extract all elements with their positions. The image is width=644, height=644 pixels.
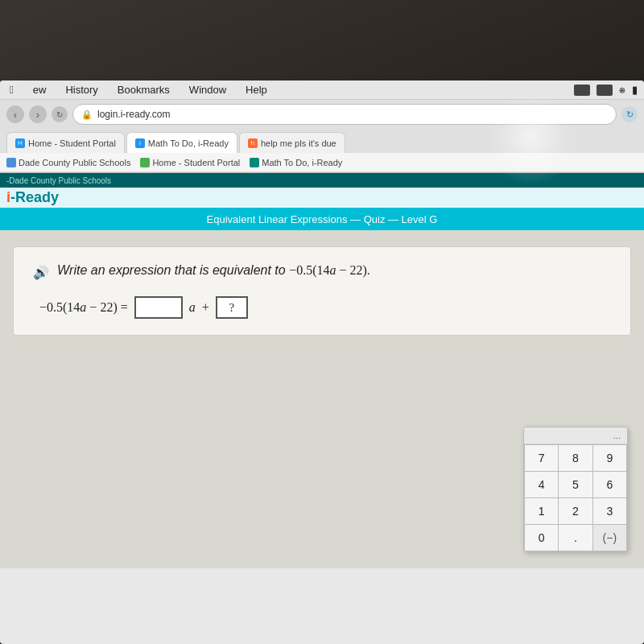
iready-app: -Dade County Public Schools i-Ready Equi… xyxy=(0,173,644,568)
calc-btn-negative[interactable]: (−) xyxy=(593,525,626,551)
equation-lhs: −0.5(14a − 22) = xyxy=(39,300,128,315)
menu-icon-1 xyxy=(574,85,590,96)
bm-icon-dade xyxy=(6,158,16,167)
menu-bar:  ew History Bookmarks Window Help ⎈ ▮ xyxy=(0,80,644,100)
constant-input[interactable]: ? xyxy=(216,296,248,319)
tab-help[interactable]: h help me pls it's due xyxy=(239,132,345,153)
url-text: login.i-ready.com xyxy=(97,109,170,120)
calc-header: ... xyxy=(524,427,627,444)
page-title-bar: Equivalent Linear Expressions — Quiz — L… xyxy=(0,208,644,230)
tab-math[interactable]: i Math To Do, i-Ready xyxy=(126,132,237,153)
question-text-prefix: Write an expression that is equivalent t… xyxy=(57,263,289,277)
refresh-button[interactable]: ↻ xyxy=(52,106,68,122)
iready-logo-dot: i xyxy=(6,189,10,205)
battery-icon: ▮ xyxy=(632,84,638,96)
calc-btn-2[interactable]: 2 xyxy=(559,498,592,524)
page-title: Equivalent Linear Expressions — Quiz — L… xyxy=(207,213,438,225)
bm-label-home: Home - Student Portal xyxy=(152,158,240,167)
menu-ew[interactable]: ew xyxy=(30,82,50,97)
question-header: 🔊 Write an expression that is equivalent… xyxy=(33,263,611,280)
back-button[interactable]: ‹ xyxy=(6,105,24,123)
tab-home[interactable]: H Home - Student Portal xyxy=(6,132,125,153)
equation-row: −0.5(14a − 22) = a + ? xyxy=(33,296,611,319)
tab-label-math: Math To Do, i-Ready xyxy=(148,138,229,148)
calc-grid: 7 8 9 4 5 6 1 2 3 0 . (−) xyxy=(524,444,627,551)
calc-btn-9[interactable]: 9 xyxy=(593,445,626,471)
calc-btn-8[interactable]: 8 xyxy=(559,445,592,471)
dade-bar: -Dade County Public Schools xyxy=(0,173,644,188)
calc-btn-6[interactable]: 6 xyxy=(593,472,626,497)
tab-label-help: help me pls it's due xyxy=(261,138,336,148)
bookmark-math[interactable]: Math To Do, i-Ready xyxy=(250,158,342,167)
browser-toolbar: ‹ › ↻ 🔒 login.i-ready.com ↻ xyxy=(0,100,644,129)
question-card: 🔊 Write an expression that is equivalent… xyxy=(13,246,631,336)
calc-btn-decimal[interactable]: . xyxy=(559,525,592,551)
bm-label-dade: Dade County Public Schools xyxy=(19,158,130,167)
menu-bookmarks[interactable]: Bookmarks xyxy=(114,82,173,97)
menu-help[interactable]: Help xyxy=(242,82,270,97)
bookmarks-bar: Dade County Public Schools Home - Studen… xyxy=(0,153,644,172)
dade-bar-text: -Dade County Public Schools xyxy=(6,176,111,185)
operator-label: + xyxy=(202,300,209,315)
calc-btn-5[interactable]: 5 xyxy=(559,472,592,497)
calc-btn-7[interactable]: 7 xyxy=(525,445,558,471)
menu-apple[interactable]:  xyxy=(6,82,17,97)
lock-icon: 🔒 xyxy=(81,109,93,120)
question-math: −0.5(14a − 22). xyxy=(289,263,370,277)
coefficient-input[interactable] xyxy=(134,296,183,319)
tab-favicon-home: H xyxy=(15,138,25,148)
variable-label: a xyxy=(189,300,196,315)
tab-label-home: Home - Student Portal xyxy=(28,138,116,148)
calc-btn-3[interactable]: 3 xyxy=(593,498,626,524)
menu-window[interactable]: Window xyxy=(186,82,229,97)
address-bar[interactable]: 🔒 login.i-ready.com xyxy=(72,104,617,125)
screen-background:  ew History Bookmarks Window Help ⎈ ▮ ‹… xyxy=(0,0,644,644)
bluetooth-icon: ⎈ xyxy=(619,84,625,96)
iready-logo-bar: i-Ready xyxy=(0,188,644,208)
bm-icon-home xyxy=(140,158,150,167)
tab-favicon-help: h xyxy=(248,138,258,148)
browser-tabs: H Home - Student Portal i Math To Do, i-… xyxy=(0,129,644,153)
menu-icon-2 xyxy=(597,85,613,96)
calc-btn-0[interactable]: 0 xyxy=(525,525,558,551)
bm-label-math: Math To Do, i-Ready xyxy=(262,158,342,167)
bm-icon-math xyxy=(250,158,259,167)
calculator: ... 7 8 9 4 5 6 1 2 3 0 . (−) xyxy=(523,427,628,552)
menu-history[interactable]: History xyxy=(62,82,101,97)
question-prompt: Write an expression that is equivalent t… xyxy=(57,263,370,278)
laptop-screen:  ew History Bookmarks Window Help ⎈ ▮ ‹… xyxy=(0,80,644,644)
iready-logo: i-Ready xyxy=(6,189,59,206)
calc-btn-1[interactable]: 1 xyxy=(525,498,558,524)
main-content: 🔊 Write an expression that is equivalent… xyxy=(0,230,644,568)
calc-header-dots: ... xyxy=(613,431,621,440)
bookmark-home[interactable]: Home - Student Portal xyxy=(140,158,240,167)
forward-button[interactable]: › xyxy=(29,105,47,123)
tab-favicon-math: i xyxy=(135,138,145,148)
bookmark-dade[interactable]: Dade County Public Schools xyxy=(6,158,130,167)
speaker-icon[interactable]: 🔊 xyxy=(33,265,49,280)
question-mark: ? xyxy=(229,301,234,315)
menu-bar-right: ⎈ ▮ xyxy=(574,84,638,96)
reload-indicator[interactable]: ↻ xyxy=(621,106,638,122)
calc-btn-4[interactable]: 4 xyxy=(525,472,558,497)
browser-chrome: ‹ › ↻ 🔒 login.i-ready.com ↻ H Home - Stu… xyxy=(0,100,644,173)
